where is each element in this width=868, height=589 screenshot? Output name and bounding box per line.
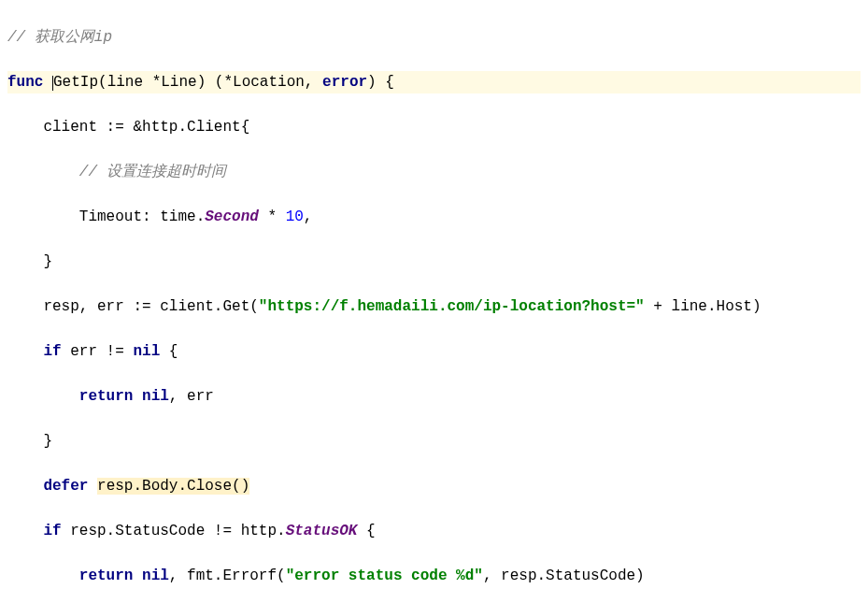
highlighted-call: resp.Body.Close() xyxy=(97,478,249,495)
code-text: * xyxy=(259,208,286,225)
keyword-return: return xyxy=(7,388,133,405)
code-line: if resp.StatusCode != http.StatusOK { xyxy=(7,520,861,542)
number: 10 xyxy=(286,208,304,225)
keyword-defer: defer xyxy=(7,478,88,495)
code-text: resp.StatusCode != http. xyxy=(62,523,286,539)
keyword-nil: nil xyxy=(133,388,168,405)
code-line: } xyxy=(7,251,861,273)
keyword-return: return xyxy=(7,567,133,584)
code-text: { xyxy=(160,343,178,360)
keyword-func: func xyxy=(7,74,43,91)
code-text: client := &http.Client{ xyxy=(7,119,249,136)
code-line: if err != nil { xyxy=(7,340,861,363)
code-line: Timeout: time.Second * 10, xyxy=(7,206,861,228)
code-text: ) { xyxy=(367,74,394,91)
keyword-nil: nil xyxy=(133,343,160,360)
code-line: resp, err := client.Get("https://f.hemad… xyxy=(7,295,861,318)
code-text: resp, err := client.Get( xyxy=(7,298,259,315)
code-text: err != xyxy=(62,343,134,360)
comment: // 获取公网ip xyxy=(7,29,112,46)
code-line: // 设置连接超时时间 xyxy=(7,161,861,183)
code-text: , resp.StatusCode) xyxy=(483,567,645,584)
code-text: } xyxy=(7,433,52,450)
code-text: , err xyxy=(169,388,214,405)
code-text: { xyxy=(357,523,375,539)
code-line: return nil, fmt.Errorf("error status cod… xyxy=(7,565,861,587)
keyword-if: if xyxy=(7,343,62,360)
code-editor[interactable]: // 获取公网ip func GetIp(line *Line) (*Locat… xyxy=(0,0,868,589)
ident-second: Second xyxy=(205,208,259,225)
code-text: } xyxy=(7,253,52,270)
code-text: , xyxy=(304,208,313,225)
code-line: } xyxy=(7,430,861,453)
code-line: // 获取公网ip xyxy=(7,26,861,49)
ident-statusok: StatusOK xyxy=(286,523,358,539)
keyword-if: if xyxy=(7,523,62,539)
code-line: client := &http.Client{ xyxy=(7,116,861,138)
code-text: (line *Line) (*Location, xyxy=(98,74,322,91)
code-line: return nil, err xyxy=(7,385,861,408)
string: "https://f.hemadaili.com/ip-location?hos… xyxy=(259,298,645,315)
code-line-current: func GetIp(line *Line) (*Location, error… xyxy=(7,71,861,93)
keyword-nil: nil xyxy=(133,567,168,584)
string: "error status code %d" xyxy=(286,567,483,584)
comment: // 设置连接超时时间 xyxy=(7,164,226,180)
keyword-error: error xyxy=(322,74,367,91)
code-text: + line.Host) xyxy=(645,298,761,315)
code-line: defer resp.Body.Close() xyxy=(7,475,861,497)
code-text: Timeout: time. xyxy=(7,208,205,225)
func-name: GetIp xyxy=(53,74,98,91)
code-text: , fmt.Errorf( xyxy=(169,567,286,584)
